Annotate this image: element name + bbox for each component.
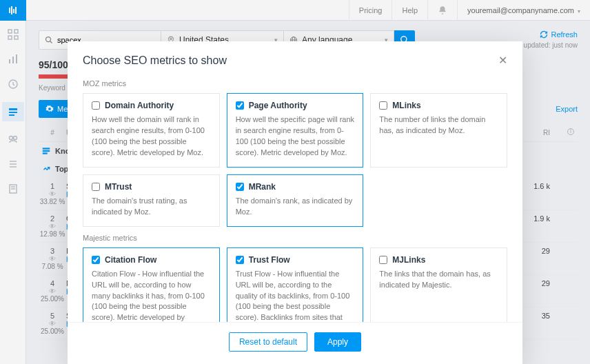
metric-desc: The number of links the domain has, as i… bbox=[379, 114, 498, 136]
section-moz: MOZ metrics bbox=[83, 79, 507, 88]
metric-mrank[interactable]: MRank The domain's rank, as indicated by… bbox=[227, 174, 364, 227]
metric-title: MJLinks bbox=[392, 255, 425, 265]
metric-title: MRank bbox=[249, 182, 276, 192]
metric-desc: How well the specific page will rank in … bbox=[236, 114, 355, 159]
modal-backdrop: Choose SEO metrics to show ✕ MOZ metrics… bbox=[0, 0, 590, 364]
checkbox[interactable] bbox=[379, 256, 387, 264]
metric-desc: The links that the domain has, as indica… bbox=[379, 269, 498, 291]
checkbox[interactable] bbox=[92, 256, 100, 264]
checkbox[interactable] bbox=[92, 101, 100, 110]
metric-domain-authority[interactable]: Domain Authority How well the domain wil… bbox=[83, 93, 220, 168]
apply-button[interactable]: Apply bbox=[314, 332, 361, 352]
section-majestic: Majestic metrics bbox=[83, 234, 507, 242]
metric-title: Citation Flow bbox=[105, 255, 156, 265]
checkbox[interactable] bbox=[236, 101, 244, 110]
checkbox[interactable] bbox=[92, 183, 100, 191]
modal-title: Choose SEO metrics to show bbox=[83, 54, 498, 67]
metric-mlinks[interactable]: MLinks The number of links the domain ha… bbox=[370, 93, 507, 168]
metric-title: Domain Authority bbox=[105, 101, 174, 110]
checkbox[interactable] bbox=[379, 101, 387, 110]
metric-page-authority[interactable]: Page Authority How well the specific pag… bbox=[227, 93, 364, 168]
metric-title: MTrust bbox=[105, 182, 132, 192]
metric-desc: How well the domain will rank in search … bbox=[92, 114, 211, 159]
metric-citation-flow[interactable]: Citation Flow Citation Flow - How influe… bbox=[83, 247, 220, 322]
seo-metrics-modal: Choose SEO metrics to show ✕ MOZ metrics… bbox=[68, 41, 522, 364]
metric-desc: The domain's rank, as indicated by Moz. bbox=[236, 196, 355, 218]
metric-title: Page Authority bbox=[249, 101, 307, 110]
metric-trust-flow[interactable]: Trust Flow Trust Flow - How influential … bbox=[227, 247, 364, 322]
modal-close-button[interactable]: ✕ bbox=[498, 54, 507, 67]
reset-button[interactable]: Reset to default bbox=[229, 332, 307, 352]
metric-title: Trust Flow bbox=[249, 255, 290, 265]
metric-mtrust[interactable]: MTrust The domain's trust rating, as ind… bbox=[83, 174, 220, 227]
close-icon: ✕ bbox=[498, 54, 507, 66]
metric-desc: The domain's trust rating, as indicated … bbox=[92, 196, 211, 218]
checkbox[interactable] bbox=[236, 256, 244, 264]
metric-desc: Trust Flow - How influential the URL wil… bbox=[236, 269, 355, 322]
checkbox[interactable] bbox=[236, 183, 244, 191]
metric-desc: Citation Flow - How influential the URL … bbox=[92, 269, 211, 322]
metric-title: MLinks bbox=[392, 101, 420, 110]
metric-mjlinks[interactable]: MJLinks The links that the domain has, a… bbox=[370, 247, 507, 322]
